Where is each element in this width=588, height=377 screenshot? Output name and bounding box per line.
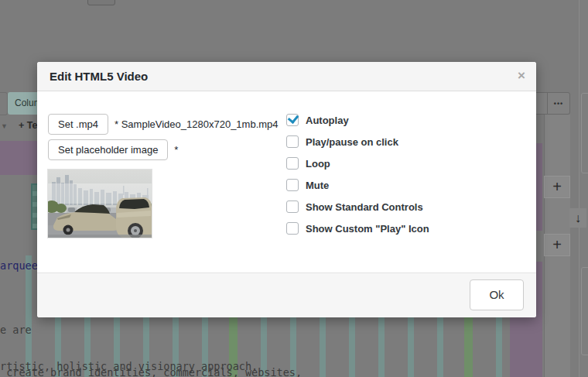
- top-toolbar-button: [87, 0, 115, 5]
- add-element-button: +: [544, 234, 570, 256]
- placeholder-row: Set placeholder image *: [48, 139, 178, 160]
- page-text-line: create brand identities, commercials, we…: [0, 367, 308, 377]
- option-show-custom-play-icon[interactable]: Show Custom "Play" Icon: [286, 222, 429, 235]
- ellipsis-icon: •••: [554, 100, 563, 108]
- checkbox-unchecked[interactable]: [286, 200, 299, 213]
- checkbox-checked[interactable]: [286, 114, 299, 126]
- checkbox-unchecked[interactable]: [286, 135, 299, 148]
- more-options-button: •••: [548, 93, 569, 114]
- caret-down-icon: ▼: [1, 122, 8, 130]
- purple-block: [0, 141, 37, 175]
- page-text-block: create brand identities, commercials, we…: [0, 343, 308, 377]
- option-autoplay[interactable]: Autoplay: [286, 114, 429, 126]
- option-label[interactable]: Mute: [306, 180, 329, 191]
- dialog-title: Edit HTML5 Video: [50, 62, 148, 91]
- left-toolbar-button: [0, 92, 8, 115]
- page-text-line: e are: [0, 324, 258, 337]
- add-text-button: + Te: [19, 120, 37, 131]
- option-loop[interactable]: Loop: [286, 157, 429, 170]
- ok-button[interactable]: Ok: [470, 279, 524, 310]
- check-icon: [288, 112, 299, 124]
- plus-icon: +: [552, 178, 562, 196]
- thumbnail-image: [48, 170, 152, 238]
- mp4-row: Set .mp4 * SampleVideo_1280x720_1mb.mp4: [48, 114, 279, 135]
- option-label[interactable]: Loop: [306, 158, 330, 170]
- video-options-list: Autoplay Play/pause on click Loop Mute S…: [286, 114, 429, 235]
- right-edge-outline: [581, 93, 588, 173]
- option-label[interactable]: Show Standard Controls: [306, 201, 423, 213]
- option-label[interactable]: Show Custom "Play" Icon: [306, 223, 429, 235]
- option-play-pause-on-click[interactable]: Play/pause on click: [286, 135, 429, 148]
- add-element-button: +: [544, 176, 570, 198]
- down-arrow-icon: ↓: [575, 211, 581, 224]
- option-label[interactable]: Autoplay: [306, 115, 349, 126]
- move-down-button: ↓: [569, 208, 586, 228]
- checkbox-unchecked[interactable]: [286, 179, 299, 191]
- screen: + + ↓ ••• Colum ▼ + Te arquee e are rtis…: [0, 0, 588, 377]
- mp4-filename: * SampleVideo_1280x720_1mb.mp4: [115, 118, 279, 130]
- dialog-header: Edit HTML5 Video ×: [37, 62, 536, 91]
- code-tag-fragment: arquee: [0, 260, 38, 272]
- video-placeholder-thumbnail: [48, 170, 152, 238]
- right-edge-outline: [581, 267, 588, 355]
- set-mp4-button[interactable]: Set .mp4: [48, 114, 108, 135]
- option-label[interactable]: Play/pause on click: [306, 136, 398, 148]
- set-placeholder-image-button[interactable]: Set placeholder image: [48, 139, 168, 160]
- dialog-footer: Ok: [37, 272, 536, 317]
- checkbox-unchecked[interactable]: [286, 157, 299, 170]
- close-icon[interactable]: ×: [518, 62, 525, 90]
- edit-html5-video-dialog: Edit HTML5 Video × Set .mp4 * SampleVide…: [37, 62, 536, 317]
- plus-icon: +: [552, 236, 562, 254]
- option-mute[interactable]: Mute: [286, 179, 429, 191]
- checkbox-unchecked[interactable]: [286, 222, 299, 235]
- required-mark: *: [174, 144, 178, 156]
- option-show-standard-controls[interactable]: Show Standard Controls: [286, 200, 429, 213]
